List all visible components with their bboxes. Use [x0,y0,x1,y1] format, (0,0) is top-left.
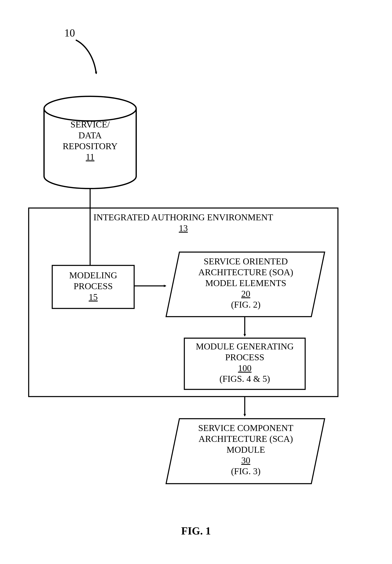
diagram-canvas: 10 SERVICE/ DATA REPOSITORY 11 INTEGRATE… [0,0,392,564]
soa-note: (FIG. 2) [174,299,317,310]
soa-line1: SERVICE ORIENTED [174,256,317,267]
sca-line2: ARCHITECTURE (SCA) [174,434,317,445]
soa-ref: 20 [174,289,317,299]
figure-caption: FIG. 1 [0,525,392,537]
modeling-label: MODELING PROCESS 15 [52,270,134,302]
repository-cylinder-bottom [44,176,136,189]
sca-line1: SERVICE COMPONENT [174,423,317,434]
modgen-line2: PROCESS [184,352,305,363]
pointer-number: 10 [61,27,78,39]
soa-label: SERVICE ORIENTED ARCHITECTURE (SOA) MODE… [174,256,317,310]
sca-line3: MODULE [174,445,317,455]
repository-ref: 11 [44,152,136,163]
repository-cylinder-top [44,96,136,121]
modeling-line2: PROCESS [52,281,134,292]
env-title: INTEGRATED AUTHORING ENVIRONMENT [29,212,338,223]
modeling-ref: 15 [52,292,134,303]
sca-note: (FIG. 3) [174,466,317,477]
soa-line2: ARCHITECTURE (SOA) [174,267,317,278]
repository-label: SERVICE/ DATA REPOSITORY 11 [44,119,136,163]
soa-line3: MODEL ELEMENTS [174,278,317,289]
repository-line3: REPOSITORY [44,141,136,152]
repository-line1: SERVICE/ [44,119,136,130]
sca-ref: 30 [174,455,317,466]
modgen-label: MODULE GENERATING PROCESS 100 (FIGS. 4 &… [184,341,305,384]
sca-label: SERVICE COMPONENT ARCHITECTURE (SCA) MOD… [174,423,317,477]
env-ref: 13 [29,223,338,234]
env-label: INTEGRATED AUTHORING ENVIRONMENT 13 [29,212,338,234]
pointer-arrow [76,40,96,74]
modgen-note: (FIGS. 4 & 5) [184,374,305,384]
modgen-line1: MODULE GENERATING [184,341,305,352]
repository-line2: DATA [44,130,136,141]
modeling-line1: MODELING [52,270,134,281]
modgen-ref: 100 [184,363,305,374]
